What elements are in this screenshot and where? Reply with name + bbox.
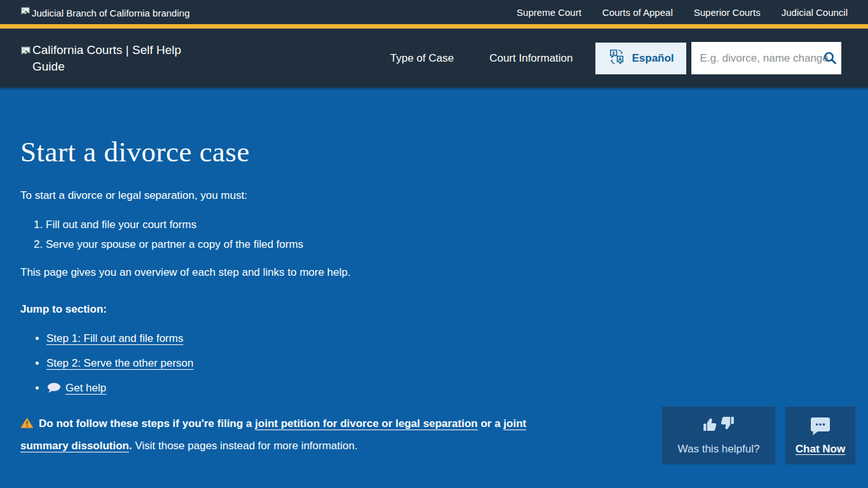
judicial-branch-branding-link[interactable]: Judicial Branch of California branding <box>20 6 189 18</box>
jump-to-section-heading: Jump to section: <box>20 303 848 316</box>
nav-supreme-court[interactable]: Supreme Court <box>517 7 581 18</box>
page-title: Start a divorce case <box>20 90 848 168</box>
chat-now-widget[interactable]: Chat Now <box>785 407 855 464</box>
list-item: Get help <box>46 382 848 396</box>
nav-courts-of-appeal[interactable]: Courts of Appeal <box>602 7 673 18</box>
nav-superior-courts[interactable]: Superior Courts <box>694 7 761 18</box>
thumbs-down-icon[interactable] <box>718 415 735 434</box>
helpful-label: Was this helpful? <box>678 443 760 456</box>
jump-links-list: Step 1: Fill out and file forms Step 2: … <box>20 332 848 396</box>
chat-bubble-icon <box>809 416 832 439</box>
warning-triangle-icon <box>20 416 34 436</box>
search-submit-button[interactable] <box>823 51 837 67</box>
intro-paragraph: To start a divorce or legal separation, … <box>20 189 848 202</box>
broken-image-icon <box>20 6 31 18</box>
speech-bubble-icon <box>46 382 62 396</box>
chat-now-link[interactable]: Chat Now <box>796 443 845 456</box>
branch-sites-nav: Supreme Court Courts of Appeal Superior … <box>517 7 848 18</box>
thumbs-up-icon[interactable] <box>703 416 719 435</box>
was-this-helpful-widget[interactable]: Was this helpful? <box>662 407 775 464</box>
floating-widgets: Was this helpful? Chat Now <box>662 407 855 464</box>
warning-lead: Do not follow these steps if you're fili… <box>39 417 255 430</box>
get-help-label: Get help <box>65 382 106 394</box>
jump-link-step1[interactable]: Step 1: Fill out and file forms <box>46 332 183 344</box>
list-item: Step 2: Serve the other person <box>46 357 848 370</box>
nav-judicial-council[interactable]: Judicial Council <box>782 7 848 18</box>
warning-paragraph: Do not follow these steps if you're fili… <box>20 414 564 456</box>
nav-type-of-case[interactable]: Type of Case <box>390 52 454 65</box>
site-logo-link[interactable]: California Courts | Self Help Guide <box>20 42 211 75</box>
step-item: Serve your spouse or partner a copy of t… <box>46 238 848 251</box>
translate-icon <box>607 47 627 70</box>
logo-alt-text: California Courts | Self Help Guide <box>32 42 211 75</box>
thumbs-icons <box>703 416 735 442</box>
site-search <box>691 42 841 74</box>
espanol-label: Español <box>632 52 674 65</box>
steps-ordered-list: Fill out and file your court forms Serve… <box>20 219 848 251</box>
main-nav: Type of Case Court Information <box>390 52 573 65</box>
warning-tail: Visit those pages instead for more infor… <box>132 440 358 452</box>
warning-mid: or a <box>478 417 504 430</box>
nav-court-information[interactable]: Court Information <box>489 52 573 65</box>
site-header: California Courts | Self Help Guide Type… <box>0 29 868 88</box>
overview-paragraph: This page gives you an overview of each … <box>20 266 848 279</box>
jump-link-get-help[interactable]: Get help <box>46 382 106 394</box>
broken-image-icon <box>20 44 31 61</box>
branding-alt-text: Judicial Branch of California branding <box>32 8 189 18</box>
utility-bar: Judicial Branch of California branding S… <box>0 0 868 24</box>
search-input[interactable] <box>691 42 841 74</box>
step-item: Fill out and file your court forms <box>46 219 848 231</box>
search-icon <box>823 58 837 67</box>
joint-petition-link[interactable]: joint petition for divorce or legal sepa… <box>255 417 477 430</box>
espanol-button[interactable]: Español <box>595 43 686 74</box>
list-item: Step 1: Fill out and file forms <box>46 332 848 345</box>
gold-divider <box>0 24 868 29</box>
jump-link-step2[interactable]: Step 2: Serve the other person <box>46 357 194 369</box>
